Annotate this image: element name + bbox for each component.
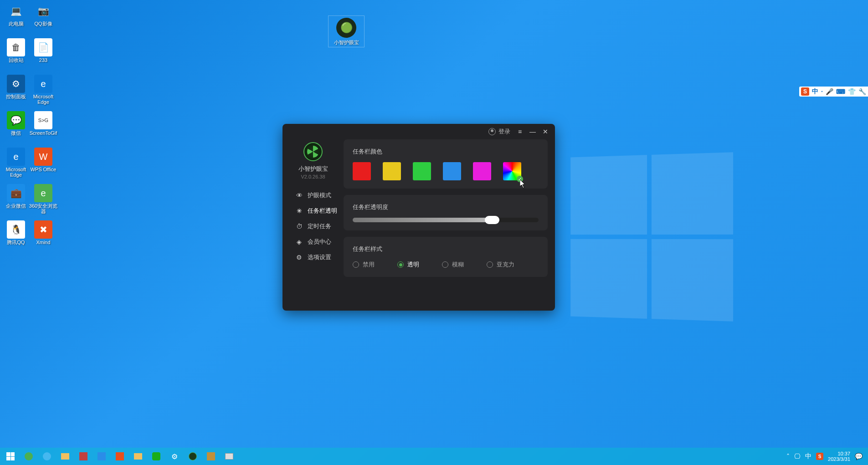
color-swatch-0[interactable] [353, 162, 371, 180]
tray-ime-badge[interactable]: 中 [805, 452, 812, 460]
windows-logo-watermark [570, 152, 733, 322]
nav-label: 定时任务 [308, 222, 331, 230]
ime-tool-icon[interactable]: 🔧 [858, 88, 866, 95]
ime-keyboard-icon[interactable]: ⌨ [836, 88, 845, 95]
desktop-icon-glyph: 💻 [7, 2, 25, 20]
ime-lang-label[interactable]: 中 [812, 87, 818, 96]
taskbar-app-edge[interactable] [39, 450, 55, 463]
taskbar-app-wechat[interactable] [149, 450, 164, 463]
tray-clock[interactable]: 10:37 2023/3/31 [828, 451, 850, 462]
nav-icon: ◈ [296, 238, 303, 245]
desktop-icon[interactable]: 📷 QQ影像 [27, 0, 59, 36]
desktop-icon-glyph: 💼 [7, 184, 25, 202]
tray-notifications-icon[interactable]: 💬 [855, 453, 863, 460]
ime-punct-icon[interactable]: · [821, 88, 823, 95]
desktop-icon-label: WPS Office [31, 167, 56, 172]
main-panel: 任务栏颜色 ✓ 任务栏透明度 任务栏样式 禁用透明模糊亚克力 [344, 139, 555, 311]
desktop-icon-label: ScreenToGif [30, 130, 57, 136]
slider-thumb[interactable] [485, 216, 499, 224]
start-button[interactable] [3, 450, 18, 463]
style-radio-row: 禁用透明模糊亚克力 [353, 260, 539, 269]
desktop-icon-glyph: S>G [34, 111, 52, 129]
desktop-icon[interactable]: W WPS Office [27, 146, 59, 182]
nav-label: 护眼模式 [308, 191, 331, 199]
desktop-icon-glyph: e [7, 148, 25, 166]
desktop-icon-label: 360安全浏览器 [29, 203, 58, 214]
desktop-icon-label: QQ影像 [34, 21, 52, 26]
sogou-logo-icon: S [801, 87, 809, 96]
desktop-icon-label: 微信 [11, 130, 21, 136]
app-logo-icon [303, 142, 323, 161]
style-radio-2[interactable]: 模糊 [442, 261, 464, 269]
ime-voice-icon[interactable]: 🎤 [826, 88, 833, 95]
desktop-icon[interactable]: 📄 233 [27, 36, 59, 73]
desktop-icon-label: Xmind [36, 240, 50, 245]
desktop-icon[interactable]: e Microsoft Edge [27, 73, 59, 109]
taskbar[interactable]: ⚙ ˄ 🖵 中 S 10:37 2023/3/31 💬 [0, 448, 868, 465]
desktop-icon-label: 小智护眼宝 [334, 40, 359, 45]
style-radio-1[interactable]: 透明 [397, 261, 419, 269]
close-icon[interactable]: ✕ [542, 128, 549, 135]
app-window: 登录 ≡ — ✕ 小智护眼宝 V2.0.26.38 👁护眼模式✳任务栏透明⏱定时… [282, 124, 555, 311]
desktop-icon-label: 回收站 [9, 57, 24, 63]
app-name-label: 小智护眼宝 [298, 165, 328, 173]
nav-icon: ✳ [296, 207, 303, 215]
color-swatch-1[interactable] [383, 162, 401, 180]
taskbar-app-generic1[interactable] [203, 450, 219, 463]
nav-item-1[interactable]: ✳任务栏透明 [289, 203, 337, 219]
nav-item-0[interactable]: 👁护眼模式 [289, 188, 337, 203]
style-radio-3[interactable]: 亚克力 [487, 261, 514, 269]
card-title: 任务栏颜色 [353, 148, 539, 156]
nav-label: 会员中心 [308, 238, 331, 246]
desktop-icon-xiaozhi[interactable]: 🟢 小智护眼宝 [328, 15, 365, 47]
color-swatch-4[interactable] [473, 162, 491, 180]
ime-skin-icon[interactable]: 👕 [848, 88, 856, 95]
desktop-icon-label: 腾讯QQ [7, 240, 25, 245]
tray-network-icon[interactable]: 🖵 [794, 453, 801, 460]
nav-item-3[interactable]: ◈会员中心 [289, 234, 337, 250]
login-label: 登录 [498, 128, 510, 136]
ime-floating-bar[interactable]: S 中 · 🎤 ⌨ 👕 🔧 [799, 87, 868, 97]
taskbar-app-wps[interactable] [112, 450, 128, 463]
nav-item-2[interactable]: ⏱定时任务 [289, 219, 337, 234]
desktop-icon-glyph: 🗑 [7, 38, 25, 56]
minimize-icon[interactable]: — [529, 128, 536, 135]
nav-label: 任务栏透明 [308, 207, 337, 215]
user-icon [488, 128, 496, 135]
taskbar-app-xiaozhi[interactable] [185, 450, 200, 463]
tray-chevron-up-icon[interactable]: ˄ [786, 453, 790, 460]
radio-dot-icon [442, 261, 448, 268]
tray-sogou-icon[interactable]: S [816, 453, 823, 460]
taskbar-app-snip[interactable] [76, 450, 91, 463]
desktop-icon-label: Microsoft Edge [1, 167, 31, 178]
desktop-icon[interactable]: S>G ScreenToGif [27, 109, 59, 146]
desktop-icon-label: 企业微信 [6, 203, 26, 209]
app-shortcut-icon: 🟢 [336, 18, 356, 38]
color-swatch-5[interactable]: ✓ [503, 162, 521, 180]
check-icon: ✓ [517, 176, 523, 182]
menu-icon[interactable]: ≡ [517, 128, 523, 135]
color-swatch-3[interactable] [443, 162, 461, 180]
desktop-icon-label: 控制面板 [6, 94, 26, 99]
style-radio-0[interactable]: 禁用 [353, 261, 375, 269]
desktop-icon-glyph: ⚙ [7, 75, 25, 93]
desktop-icon-glyph: e [34, 75, 52, 93]
login-button[interactable]: 登录 [488, 128, 510, 136]
desktop-icon[interactable]: ✖ Xmind [27, 219, 59, 255]
desktop-icon-label: Microsoft Edge [29, 94, 58, 105]
opacity-slider[interactable] [353, 218, 539, 222]
nav-icon: 👁 [296, 192, 303, 199]
taskbar-app-folder[interactable] [130, 450, 146, 463]
desktop-icon[interactable]: e 360安全浏览器 [27, 182, 59, 219]
taskbar-app-video[interactable] [94, 450, 109, 463]
taskbar-app-360[interactable] [21, 450, 36, 463]
taskbar-app-explorer[interactable] [57, 450, 73, 463]
app-version-label: V2.0.26.38 [301, 174, 325, 179]
taskbar-app-settings[interactable]: ⚙ [167, 450, 182, 463]
taskbar-color-card: 任务栏颜色 ✓ [344, 139, 548, 189]
taskbar-app-generic2[interactable] [221, 450, 237, 463]
nav-item-4[interactable]: ⚙选项设置 [289, 250, 337, 265]
color-swatch-2[interactable] [413, 162, 431, 180]
desktop-icon-glyph: 📷 [34, 2, 52, 20]
radio-dot-icon [397, 261, 404, 268]
